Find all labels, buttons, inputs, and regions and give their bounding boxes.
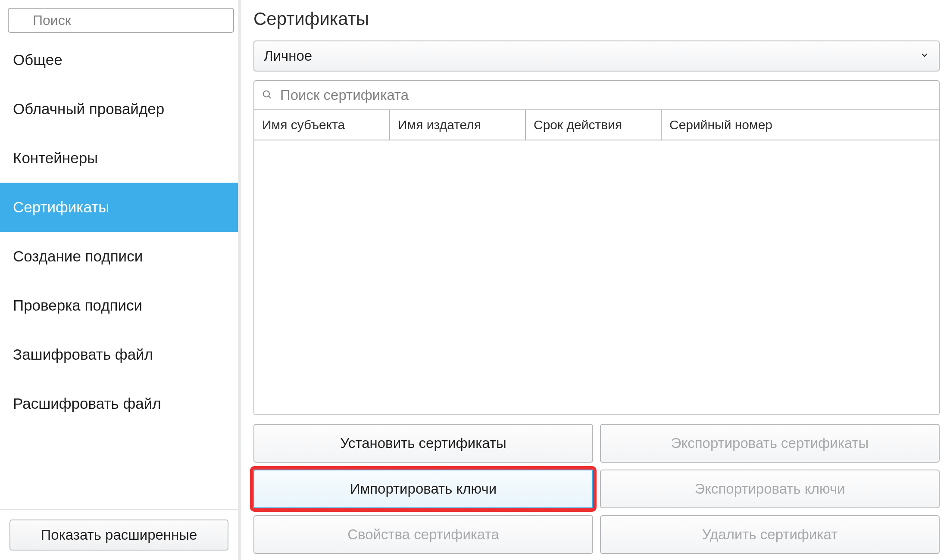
- sidebar-search-input[interactable]: [8, 8, 234, 33]
- table-header-row: Имя субъекта Имя издателя Срок действия …: [254, 110, 939, 140]
- column-subject-name[interactable]: Имя субъекта: [254, 110, 390, 140]
- sidebar-item-encrypt-file[interactable]: Зашифровать файл: [0, 330, 238, 379]
- sidebar-nav: Общее Облачный провайдер Контейнеры Серт…: [0, 35, 238, 509]
- sidebar-item-certificates[interactable]: Сертификаты: [0, 183, 238, 232]
- export-keys-button: Экспортировать ключи: [600, 470, 940, 508]
- sidebar-item-label: Общее: [13, 51, 62, 68]
- certificate-properties-button: Свойства сертификата: [253, 515, 593, 554]
- column-serial-number[interactable]: Серийный номер: [662, 110, 939, 140]
- delete-certificate-button: Удалить сертификат: [600, 515, 940, 554]
- sidebar-item-label: Расшифровать файл: [13, 395, 161, 412]
- sidebar-item-containers[interactable]: Контейнеры: [0, 134, 238, 183]
- dropdown-selected-label: Личное: [264, 48, 312, 64]
- sidebar-item-label: Зашифровать файл: [13, 346, 153, 363]
- table-body-empty: [254, 140, 939, 414]
- sidebar-item-verify-signature[interactable]: Проверка подписи: [0, 281, 238, 330]
- sidebar-item-label: Сертификаты: [13, 199, 109, 216]
- sidebar-item-general[interactable]: Общее: [0, 35, 238, 84]
- certificate-search-input[interactable]: [253, 80, 940, 110]
- sidebar-item-label: Облачный провайдер: [13, 100, 164, 118]
- install-certificates-button[interactable]: Установить сертификаты: [253, 424, 593, 463]
- sidebar-item-label: Контейнеры: [13, 149, 98, 167]
- sidebar-item-cloud-provider[interactable]: Облачный провайдер: [0, 84, 238, 134]
- page-title: Сертификаты: [253, 9, 940, 29]
- sidebar: Общее Облачный провайдер Контейнеры Серт…: [0, 0, 241, 560]
- action-buttons: Установить сертификаты Экспортировать се…: [253, 424, 940, 554]
- import-keys-button[interactable]: Импортировать ключи: [253, 470, 593, 508]
- sidebar-item-label: Проверка подписи: [13, 297, 142, 314]
- sidebar-item-label: Создание подписи: [13, 248, 143, 265]
- sidebar-item-create-signature[interactable]: Создание подписи: [0, 232, 238, 281]
- column-validity[interactable]: Срок действия: [526, 110, 662, 140]
- sidebar-item-decrypt-file[interactable]: Расшифровать файл: [0, 379, 238, 428]
- show-advanced-button[interactable]: Показать расширенные: [9, 520, 228, 551]
- certificate-store-dropdown[interactable]: Личное: [253, 40, 940, 72]
- certificates-table: Имя субъекта Имя издателя Срок действия …: [253, 110, 940, 415]
- column-issuer-name[interactable]: Имя издателя: [390, 110, 526, 140]
- export-certificates-button: Экспортировать сертификаты: [600, 424, 940, 463]
- main-panel: Сертификаты Личное Имя субъекта Имя изда…: [241, 0, 950, 560]
- chevron-down-icon: [920, 49, 929, 63]
